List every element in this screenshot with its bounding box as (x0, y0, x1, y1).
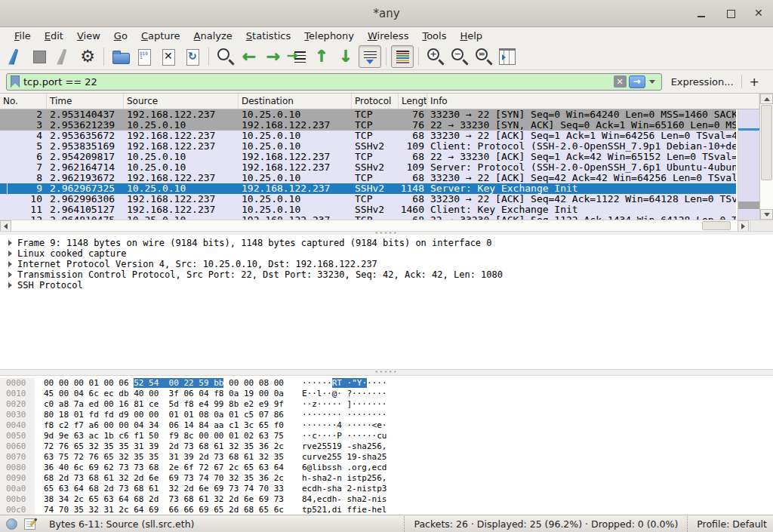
go-to-packet-icon[interactable]: → (286, 45, 309, 68)
expander-icon[interactable] (8, 272, 12, 278)
display-filter-field[interactable]: ✕ → (6, 73, 662, 91)
close-file-icon[interactable]: ✕ (157, 45, 180, 68)
apply-filter-button[interactable]: → (629, 75, 645, 88)
hex-row-0030[interactable]: 003080 18 01 fd fd d9 00 00 01 01 08 0a … (0, 410, 773, 420)
hex-bytes[interactable]: 80 18 01 fd fd d9 00 00 01 01 08 0a 01 c… (44, 410, 284, 420)
stop-capture-icon[interactable] (28, 45, 51, 68)
packet-row-5[interactable]: 52.953835169192.168.122.23710.25.0.10SSH… (0, 141, 736, 152)
scroll-right-icon[interactable] (738, 220, 749, 232)
hex-ascii[interactable]: ········ ········ (302, 410, 387, 420)
horizontal-scrollbar-thumb[interactable] (702, 221, 731, 230)
hex-bytes[interactable]: c0 a8 7a ed 00 16 81 ce 5d f8 e4 99 8b e… (44, 399, 284, 410)
go-back-icon[interactable]: ← (238, 45, 260, 68)
hex-ascii[interactable]: ··z····· ]······· (302, 399, 387, 410)
hex-bytes[interactable]: 74 70 35 32 31 2c 64 69 66 66 69 65 2d 6… (44, 505, 284, 515)
menu-statistics[interactable]: Statistics (239, 29, 297, 43)
column-header-info[interactable]: Info (427, 94, 759, 109)
reload-file-icon[interactable]: ↻ (181, 45, 204, 68)
detail-row-3[interactable]: Transmission Control Protocol, Src Port:… (0, 269, 773, 280)
menu-telephony[interactable]: Telephony (297, 29, 361, 43)
menu-wireless[interactable]: Wireless (361, 29, 415, 43)
expander-icon[interactable] (8, 282, 12, 288)
packet-row-8[interactable]: 82.962193672192.168.122.23710.25.0.10TCP… (0, 173, 736, 183)
hex-bytes[interactable]: 38 34 2c 65 63 64 68 2d 73 68 61 32 2d 6… (44, 494, 284, 505)
hex-row-0040[interactable]: 0040f8 c2 f7 a6 00 00 04 34 06 14 84 aa … (0, 420, 773, 431)
horizontal-scrollbar[interactable] (0, 220, 773, 231)
hex-bytes[interactable]: 65 63 64 68 2d 73 68 61 32 2d 6e 69 73 7… (44, 484, 284, 494)
hex-row-0070[interactable]: 007063 75 72 76 65 32 35 35 31 39 2d 73 … (0, 452, 773, 463)
hex-row-0000[interactable]: 000000 00 00 01 00 06 52 54 00 22 59 bb … (0, 378, 773, 389)
hex-bytes[interactable]: 68 2d 73 68 61 32 2d 6e 69 73 74 70 32 3… (44, 473, 284, 484)
detail-row-4[interactable]: SSH Protocol (0, 280, 773, 291)
hex-bytes[interactable]: 45 00 04 6c ec db 40 00 3f 06 04 f8 0a 1… (44, 389, 284, 399)
save-file-icon[interactable]: 0101 (133, 45, 156, 68)
clear-filter-button[interactable]: ✕ (614, 75, 627, 88)
column-header-protocol[interactable]: Protocol (352, 94, 399, 109)
open-file-icon[interactable] (109, 45, 131, 68)
minimize-icon[interactable] (696, 8, 708, 20)
hex-bytes[interactable]: 36 40 6c 69 62 73 73 68 2e 6f 72 67 2c 6… (44, 463, 284, 473)
find-packet-icon[interactable] (214, 45, 236, 68)
hex-bytes[interactable]: 9d 9e 63 ac 1b c6 f1 50 f9 8c 00 00 01 0… (44, 431, 284, 441)
hex-ascii[interactable]: ······RT ·"Y····· (302, 378, 387, 389)
colorize-icon[interactable] (391, 45, 414, 68)
maximize-icon[interactable] (725, 8, 737, 20)
detail-row-0[interactable]: Frame 9: 1148 bytes on wire (9184 bits),… (0, 238, 773, 248)
vertical-scrollbar-thumb[interactable] (761, 105, 772, 180)
start-capture-icon[interactable] (4, 45, 26, 68)
hex-row-0050[interactable]: 00509d 9e 63 ac 1b c6 f1 50 f9 8c 00 00 … (0, 431, 773, 441)
profile-button[interactable]: Profile: Default (687, 516, 767, 532)
zoom-in-icon[interactable]: + (423, 45, 446, 68)
hex-row-0060[interactable]: 006072 76 65 32 35 35 31 39 2d 73 68 61 … (0, 441, 773, 452)
packet-row-3[interactable]: 32.95362123910.25.0.10192.168.122.237TCP… (0, 120, 736, 131)
close-icon[interactable] (753, 8, 765, 20)
hex-ascii[interactable]: 84,ecdh- sha2-nis (302, 494, 387, 505)
hex-ascii[interactable]: ··c····P ······cu (302, 431, 387, 441)
detail-row-2[interactable]: Internet Protocol Version 4, Src: 10.25.… (0, 259, 773, 269)
hex-row-00a0[interactable]: 00a065 63 64 68 2d 73 68 61 32 2d 6e 69 … (0, 484, 773, 494)
expander-icon[interactable] (8, 251, 12, 257)
hex-bytes[interactable]: 00 00 00 01 00 06 52 54 00 22 59 bb 00 0… (44, 378, 284, 389)
scroll-up-icon[interactable] (760, 94, 773, 104)
go-forward-icon[interactable]: → (262, 45, 285, 68)
packet-row-2[interactable]: 22.953140437192.168.122.23710.25.0.10TCP… (0, 109, 736, 120)
capture-comment-icon[interactable] (24, 518, 35, 530)
detail-row-1[interactable]: Linux cooked capture (0, 248, 773, 259)
packet-row-4[interactable]: 42.953635672192.168.122.23710.25.0.10TCP… (0, 131, 736, 141)
capture-options-icon[interactable]: ⚙ (76, 45, 99, 68)
expander-icon[interactable] (8, 261, 12, 267)
expert-info-icon[interactable] (6, 518, 17, 530)
go-last-icon[interactable]: ↓ (334, 45, 357, 68)
add-filter-button[interactable]: + (742, 75, 767, 89)
menu-edit[interactable]: Edit (38, 29, 70, 43)
packet-row-11[interactable]: 112.964105127192.168.122.23710.25.0.10SS… (0, 204, 736, 215)
display-filter-input[interactable] (23, 76, 614, 88)
menu-file[interactable]: File (8, 29, 38, 43)
expression-button[interactable]: Expression... (662, 76, 741, 88)
menu-view[interactable]: View (70, 29, 107, 43)
menu-capture[interactable]: Capture (134, 29, 187, 43)
column-header-no[interactable]: No. (0, 94, 47, 109)
column-header-destination[interactable]: Destination (239, 94, 352, 109)
hex-bytes[interactable]: 63 75 72 76 65 32 35 35 31 39 2d 73 68 6… (44, 452, 284, 463)
hex-bytes[interactable]: 72 76 65 32 35 35 31 39 2d 73 68 61 32 3… (44, 441, 284, 452)
hex-row-0020[interactable]: 0020c0 a8 7a ed 00 16 81 ce 5d f8 e4 99 … (0, 399, 773, 410)
intelligent-scrollbar-minimap[interactable] (738, 109, 759, 220)
packet-row-7[interactable]: 72.96216471410.25.0.10192.168.122.237SSH… (0, 162, 736, 173)
hex-row-0090[interactable]: 009068 2d 73 68 61 32 2d 6e 69 73 74 70 … (0, 473, 773, 484)
hex-row-0080[interactable]: 008036 40 6c 69 62 73 73 68 2e 6f 72 67 … (0, 463, 773, 473)
hex-row-0010[interactable]: 001045 00 04 6c ec db 40 00 3f 06 04 f8 … (0, 389, 773, 399)
packet-row-10[interactable]: 102.962996306192.168.122.23710.25.0.10TC… (0, 194, 736, 204)
hex-ascii[interactable]: ecdh-sha 2-nistp3 (302, 484, 387, 494)
details-bytes-splitter[interactable] (0, 369, 773, 376)
menu-tools[interactable]: Tools (415, 29, 453, 43)
column-header-time[interactable]: Time (47, 94, 124, 109)
zoom-reset-icon[interactable]: = (472, 45, 494, 68)
scroll-down-icon[interactable] (760, 209, 773, 220)
menu-analyze[interactable]: Analyze (187, 29, 239, 43)
hex-ascii[interactable]: 6@libssh .org,ecd (302, 463, 387, 473)
hex-ascii[interactable]: curve255 19-sha25 (302, 452, 387, 463)
hex-ascii[interactable]: E··l··@· ?······· (302, 389, 387, 399)
hex-ascii[interactable]: h-sha2-n istp256, (302, 473, 387, 484)
menu-go[interactable]: Go (107, 29, 134, 43)
